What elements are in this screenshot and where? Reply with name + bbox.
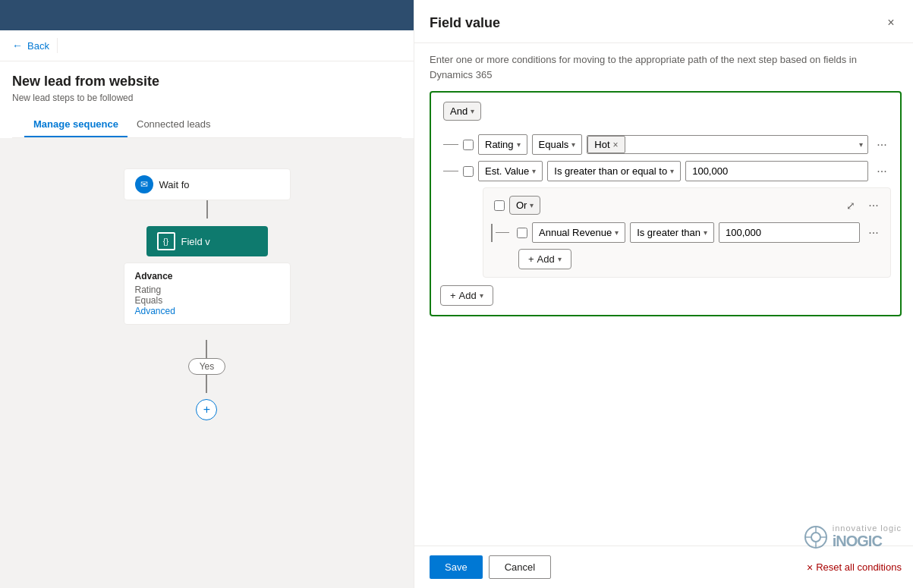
nested-group-checkbox[interactable] bbox=[494, 200, 505, 211]
advanced-link[interactable]: Advanced bbox=[135, 306, 279, 316]
nested-group-wrapper: Or ▾ ⤢ ··· bbox=[461, 187, 891, 278]
outer-add-plus-icon: + bbox=[450, 290, 456, 301]
page-title: New lead from website bbox=[12, 74, 401, 90]
and-operator-row: And ▾ bbox=[440, 102, 891, 128]
nested-operator-dropdown-1[interactable]: Is greater than ▾ bbox=[630, 222, 714, 243]
more-button-1[interactable]: ··· bbox=[873, 136, 891, 154]
field-label-2: Est. Value bbox=[485, 165, 529, 177]
reset-x-icon: × bbox=[807, 561, 813, 574]
field-node: {} Field v bbox=[146, 226, 268, 256]
horiz-line bbox=[496, 232, 509, 233]
field-chevron-2: ▾ bbox=[532, 167, 536, 175]
inocic-logo-icon bbox=[804, 525, 828, 549]
outer-add-button[interactable]: + Add ▾ bbox=[440, 285, 493, 306]
collapse-icon[interactable]: ⤢ bbox=[846, 200, 855, 212]
condition-row-1: Rating ▾ Equals ▾ Hot × ▾ ··· bbox=[440, 134, 891, 155]
wait-node-wrapper: ✉ Wait fo {} Field v bbox=[124, 168, 291, 256]
condition-container: And ▾ Rating ▾ Equals ▾ Hot bbox=[430, 91, 902, 316]
nested-add-wrapper: + Add ▾ bbox=[518, 249, 883, 269]
nested-more-button-1[interactable]: ··· bbox=[864, 224, 883, 242]
page-title-area: New lead from website New lead steps to … bbox=[0, 61, 414, 138]
wait-icon: ✉ bbox=[135, 175, 153, 193]
wait-node-label: Wait fo bbox=[159, 179, 190, 190]
connector-2 bbox=[206, 340, 207, 358]
operator-chevron-1: ▾ bbox=[571, 140, 575, 149]
value-chevron-1: ▾ bbox=[859, 140, 867, 149]
add-circle-button[interactable]: + bbox=[196, 399, 217, 420]
tab-connected-leads[interactable]: Connected leads bbox=[128, 112, 220, 137]
field-label-1: Rating bbox=[485, 139, 514, 150]
field-chevron-1: ▾ bbox=[517, 140, 521, 149]
value-tag-hot: Hot × bbox=[587, 136, 625, 153]
operator-label-1: Equals bbox=[539, 139, 569, 150]
condition-checkbox-1[interactable] bbox=[463, 140, 474, 150]
nested-value-input-1[interactable] bbox=[719, 222, 860, 243]
tag-text-hot: Hot bbox=[594, 139, 609, 150]
or-chevron-icon: ▾ bbox=[530, 201, 534, 209]
back-divider bbox=[57, 38, 58, 53]
close-button[interactable]: × bbox=[880, 12, 902, 33]
tab-manage-sequence[interactable]: Manage sequence bbox=[24, 112, 128, 137]
nested-checkbox-1[interactable] bbox=[517, 228, 527, 238]
watermark-icon-wrapper: innovative logic iNOGIC bbox=[804, 524, 902, 550]
field-dropdown-1[interactable]: Rating ▾ bbox=[478, 134, 527, 155]
connector-3 bbox=[206, 375, 207, 393]
modal-description: Enter one or more conditions for moving … bbox=[414, 43, 913, 91]
operator-label-2: Is greater than or equal to bbox=[554, 165, 667, 177]
nested-operator-label-1: Is greater than bbox=[637, 227, 700, 238]
canvas-bottom: Advance Rating Equals Advanced Yes + bbox=[15, 263, 398, 420]
advanced-rating-label: Advance bbox=[135, 271, 279, 281]
field-node-label: Field v bbox=[181, 236, 210, 247]
vert-line bbox=[491, 224, 493, 242]
save-button[interactable]: Save bbox=[430, 555, 483, 579]
watermark-brand: iNOGIC bbox=[833, 533, 902, 550]
field-value-modal: Field value × Enter one or more conditio… bbox=[414, 0, 913, 588]
condition-row-2: Est. Value ▾ Is greater than or equal to… bbox=[440, 161, 891, 181]
operator-dropdown-1[interactable]: Equals ▾ bbox=[532, 134, 583, 155]
left-panel: ← Back New lead from website New lead st… bbox=[0, 0, 414, 588]
cancel-button[interactable]: Cancel bbox=[489, 555, 551, 579]
nested-field-label-1: Annual Revenue bbox=[539, 227, 612, 238]
field-icon: {} bbox=[157, 232, 175, 250]
back-bar: ← Back bbox=[0, 30, 414, 61]
nested-add-chevron-icon: ▾ bbox=[558, 255, 562, 263]
reset-label: Reset all conditions bbox=[816, 561, 902, 573]
and-chevron-icon: ▾ bbox=[471, 107, 474, 115]
value-wrapper-1: Hot × ▾ bbox=[587, 135, 868, 154]
nested-more-button[interactable]: ··· bbox=[864, 197, 883, 215]
or-checkbox-row: Or ▾ ⤢ ··· bbox=[491, 196, 883, 215]
operator-dropdown-2[interactable]: Is greater than or equal to ▾ bbox=[547, 161, 681, 181]
row-connector-1 bbox=[443, 144, 458, 145]
or-label: Or bbox=[516, 200, 527, 211]
nested-row-lines bbox=[491, 224, 512, 242]
field-dropdown-2[interactable]: Est. Value ▾ bbox=[478, 161, 543, 181]
canvas-area: ✉ Wait fo {} Field v Advance Rating Equa… bbox=[0, 138, 414, 588]
value-input-2[interactable] bbox=[685, 161, 868, 181]
yes-node: Yes + bbox=[188, 340, 226, 420]
condition-checkbox-2[interactable] bbox=[463, 166, 474, 177]
rating-value: Rating bbox=[135, 285, 279, 295]
back-button[interactable]: ← Back bbox=[12, 39, 49, 52]
svg-point-1 bbox=[811, 533, 820, 542]
wait-node: ✉ Wait fo bbox=[124, 168, 291, 200]
more-button-2[interactable]: ··· bbox=[873, 162, 891, 181]
tabs-area: Manage sequence Connected leads bbox=[12, 103, 401, 138]
outer-add-chevron-icon: ▾ bbox=[480, 291, 483, 300]
nested-field-chevron-1: ▾ bbox=[615, 228, 619, 237]
footer-buttons: Save Cancel bbox=[430, 555, 551, 579]
and-label: And bbox=[450, 105, 468, 117]
watermark-text-wrapper: innovative logic iNOGIC bbox=[833, 524, 902, 550]
reset-link[interactable]: × Reset all conditions bbox=[807, 561, 902, 574]
nested-add-button[interactable]: + Add ▾ bbox=[518, 249, 571, 269]
or-dropdown[interactable]: Or ▾ bbox=[509, 196, 540, 215]
and-dropdown[interactable]: And ▾ bbox=[443, 102, 481, 121]
row-connector-2 bbox=[443, 171, 458, 171]
outer-add-label: Add bbox=[459, 290, 477, 301]
nested-add-label: Add bbox=[537, 253, 555, 265]
advanced-box: Advance Rating Equals Advanced bbox=[124, 263, 291, 325]
nested-group: Or ▾ ⤢ ··· bbox=[483, 187, 891, 278]
connector-1 bbox=[206, 200, 208, 219]
operator-chevron-2: ▾ bbox=[670, 167, 674, 175]
tag-remove-hot[interactable]: × bbox=[613, 140, 619, 150]
nested-field-dropdown-1[interactable]: Annual Revenue ▾ bbox=[532, 222, 625, 243]
